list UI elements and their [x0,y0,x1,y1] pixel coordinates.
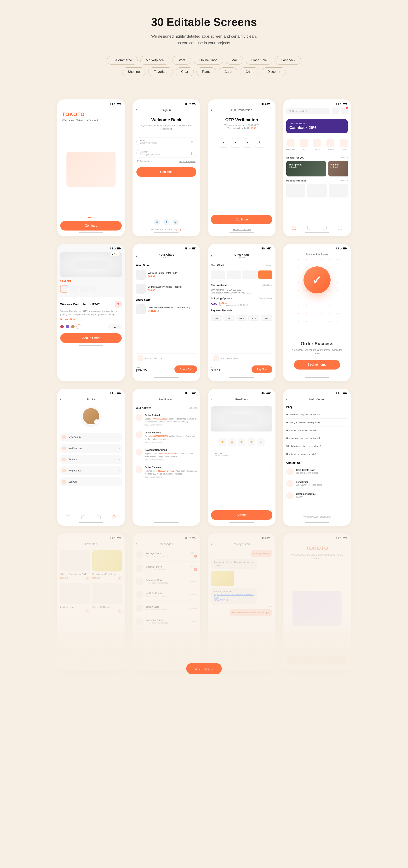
tag-favorites[interactable]: Favorites [148,67,173,76]
category-item[interactable]: More [340,139,348,150]
back-icon[interactable]: ‹ [211,397,212,401]
tag-card[interactable]: Card [219,67,237,76]
back-icon[interactable]: ‹ [211,542,212,546]
star-icon[interactable]: ★ [247,438,255,446]
cart-item[interactable]: Logitech Zone Wireless Headset$90.00 x1 [136,282,197,296]
resend-link[interactable]: Resend OTP Code [211,228,272,230]
continue-button[interactable]: Continue [286,655,348,664]
heart-icon[interactable]: ♥ [117,609,122,613]
see-more-link[interactable]: See More [189,407,197,409]
profile-menu-item[interactable]: My Account› [60,433,122,441]
continue-button[interactable]: Continue [211,215,272,224]
faq-item[interactable]: Why I don't accept otp on my phone? [286,442,348,450]
and-more-button[interactable]: and more ... [186,663,222,674]
message-item[interactable]: Carrefour StorePlease send your addressM… [136,615,197,628]
contact-item[interactable]: Chat Tokoto nowYou can chat with us here [286,465,348,477]
tag-cashback[interactable]: Cashback [275,56,301,65]
tag-e-commerce[interactable]: E-Commerce [107,56,138,65]
profile-menu-item[interactable]: Settings› [60,455,122,464]
pay-now-button[interactable]: Pay Now [252,366,272,373]
nav-chat-icon[interactable] [323,226,327,230]
favorite-item[interactable]: Logitech Head♥ [60,583,90,613]
promo-banner[interactable]: A Summer Surpise Cashback 20% [286,119,348,133]
tag-shoping[interactable]: Shoping [122,67,145,76]
add-to-cart-button[interactable]: Add to Chart [60,333,122,343]
faq-item[interactable]: How long is my order delivery time? [286,418,348,427]
category-item[interactable]: Daily Gift [326,139,334,150]
category-item[interactable]: Game [313,139,321,150]
bell-icon[interactable]: 3 [341,107,348,115]
facebook-icon[interactable]: f [163,219,170,225]
payment-option[interactable]: VISA [224,315,235,321]
password-input[interactable]: PasswordEnter your password🔒 [136,149,196,158]
remember-checkbox[interactable]: ☐ Remember me [137,160,154,162]
notification-item[interactable]: Order CanceledRefunds order 240897947270… [136,463,197,481]
back-icon[interactable]: ‹ [136,542,137,546]
color-swatch[interactable] [60,325,64,329]
tag-marketplace[interactable]: Marketplace [140,56,169,65]
message-item[interactable]: Celanese StorePlease send your addressYe… [136,575,197,588]
otp-inputs[interactable]: •••8 [211,138,272,148]
back-icon[interactable]: ‹ [136,254,137,258]
chat-image[interactable] [211,571,234,586]
faq-item[interactable]: How does warranty work on tokoto? [286,411,348,418]
voucher-row[interactable]: Add voucher code› [136,353,197,363]
back-icon[interactable]: ‹ [60,397,61,401]
tag-store[interactable]: Store [172,56,191,65]
continue-button[interactable]: Continue [136,167,196,177]
favorite-item[interactable]: Reclays Inc - Miss Yellow$38.00♥ [92,550,122,580]
tag-flash-sale[interactable]: Flash Sale [246,56,272,65]
email-input[interactable]: EmailEnter your email✉ [136,137,196,146]
nav-chat-icon[interactable] [97,515,100,519]
search-input[interactable]: 🔍 Search product [286,108,330,114]
cart-item[interactable]: Nike Joyride Run Flyknit - Men's Running… [136,302,197,316]
signup-link[interactable]: Sign Up [174,228,182,230]
message-item[interactable]: Matahari StoreThanks for order with us8:… [136,562,197,575]
nav-home-icon[interactable] [292,226,296,230]
see-more-link[interactable]: See More [340,180,348,182]
back-icon[interactable]: ‹ [136,397,137,401]
faq-item[interactable]: How to become a tokoto seller? [286,427,348,434]
google-icon[interactable]: G [154,219,161,225]
heart-icon[interactable]: ♥ [117,576,122,580]
thumbnail[interactable] [70,285,78,292]
tag-discount[interactable]: Discount [262,67,286,76]
nav-fav-icon[interactable] [81,515,85,519]
nav-home-icon[interactable] [66,660,70,664]
star-icon[interactable]: ★ [238,438,245,446]
payment-option[interactable]: G Pay [249,315,260,321]
camera-icon[interactable] [94,419,99,424]
nav-fav-icon[interactable] [157,660,161,664]
star-icon[interactable]: ★ [218,438,226,446]
nav-home-icon[interactable] [141,660,145,664]
back-home-button[interactable]: Back to home [294,360,340,370]
cart-item[interactable]: Wireless Controller for PS4™$64.99 x1 [136,268,197,282]
back-icon[interactable]: ‹ [60,542,61,546]
color-swatch[interactable] [71,325,75,329]
attach-icon[interactable]: + [213,656,219,662]
tag-chat[interactable]: Chat [176,67,194,76]
color-swatch[interactable] [77,324,81,329]
forgot-link[interactable]: Forgot Password [179,160,196,162]
back-icon[interactable]: ‹ [286,397,287,401]
payment-option[interactable]: PayPal [236,315,247,321]
favorite-item[interactable]: Wireless Controller for PS4™$64.99♥ [60,550,90,580]
back-icon[interactable]: ‹ [211,108,212,112]
view-all-link[interactable]: View All [266,264,272,266]
payment-option[interactable]: MC [211,315,222,321]
contact-item[interactable]: Send EmailSend your question or problem [286,477,348,489]
special-card[interactable]: Fashion24 Brands [328,161,348,177]
send-icon[interactable]: ➤ [268,658,270,661]
nav-profile-icon[interactable] [112,660,116,664]
message-item[interactable]: Smitty StorePlease send your addressYest… [136,601,197,615]
message-input[interactable]: Type a message [221,658,266,661]
tag-chart[interactable]: Chart [240,67,259,76]
rating-stars[interactable]: ★ ★ ★ ★ ★ [211,438,272,446]
profile-menu-item[interactable]: Help Center› [60,466,122,475]
edit-address-link[interactable]: Edit Address [262,284,272,286]
notification-item[interactable]: Order SuccessOrder 240897947270NB24 has … [136,429,197,446]
avatar[interactable] [82,408,100,425]
nav-profile-icon[interactable] [338,226,342,230]
quantity-stepper[interactable]: −1+ [108,324,122,329]
twitter-icon[interactable]: 🐦 [172,219,179,225]
